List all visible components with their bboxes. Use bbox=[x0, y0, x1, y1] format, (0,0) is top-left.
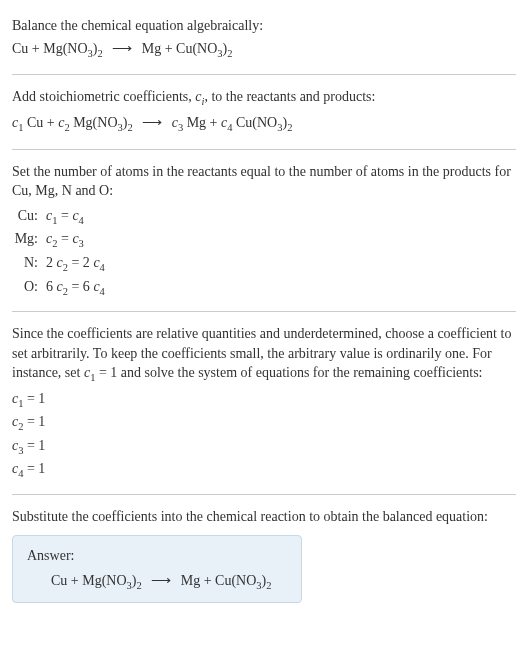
coef-line: c4 = 1 bbox=[12, 458, 516, 482]
divider bbox=[12, 149, 516, 150]
coefficient-values: c1 = 1 c2 = 1 c3 = 1 c4 = 1 bbox=[12, 388, 516, 482]
answer-label: Answer: bbox=[27, 548, 287, 564]
atom-row: O: 6 c2 = 6 c4 bbox=[12, 276, 516, 300]
balance-title: Balance the chemical equation algebraica… bbox=[12, 16, 516, 36]
atom-row: Cu: c1 = c4 bbox=[12, 205, 516, 229]
arrow-icon: ⟶ bbox=[151, 573, 171, 588]
atoms-title: Set the number of atoms in the reactants… bbox=[12, 162, 516, 201]
section-balance: Balance the chemical equation algebraica… bbox=[12, 8, 516, 70]
equation-original: Cu + Mg(NO3)2 ⟶ Mg + Cu(NO3)2 bbox=[12, 40, 516, 59]
equation-with-coefficients: c1 Cu + c2 Mg(NO3)2 ⟶ c3 Mg + c4 Cu(NO3)… bbox=[12, 114, 516, 133]
atom-equations-table: Cu: c1 = c4 Mg: c2 = c3 N: 2 c2 = 2 c4 O… bbox=[12, 205, 516, 299]
divider bbox=[12, 494, 516, 495]
atom-row: Mg: c2 = c3 bbox=[12, 228, 516, 252]
section-stoichiometric: Add stoichiometric coefficients, ci, to … bbox=[12, 79, 516, 144]
divider bbox=[12, 74, 516, 75]
section-answer: Substitute the coefficients into the che… bbox=[12, 499, 516, 611]
solve-text: Since the coefficients are relative quan… bbox=[12, 324, 516, 386]
substitute-title: Substitute the coefficients into the che… bbox=[12, 507, 516, 527]
answer-box: Answer: Cu + Mg(NO3)2 ⟶ Mg + Cu(NO3)2 bbox=[12, 535, 302, 604]
coef-line: c2 = 1 bbox=[12, 411, 516, 435]
section-solve: Since the coefficients are relative quan… bbox=[12, 316, 516, 490]
coef-line: c1 = 1 bbox=[12, 388, 516, 412]
balanced-equation: Cu + Mg(NO3)2 ⟶ Mg + Cu(NO3)2 bbox=[27, 572, 287, 591]
atom-row: N: 2 c2 = 2 c4 bbox=[12, 252, 516, 276]
arrow-icon: ⟶ bbox=[112, 41, 132, 56]
divider bbox=[12, 311, 516, 312]
section-atoms: Set the number of atoms in the reactants… bbox=[12, 154, 516, 307]
stoich-title: Add stoichiometric coefficients, ci, to … bbox=[12, 87, 516, 109]
coef-line: c3 = 1 bbox=[12, 435, 516, 459]
arrow-icon: ⟶ bbox=[142, 115, 162, 130]
